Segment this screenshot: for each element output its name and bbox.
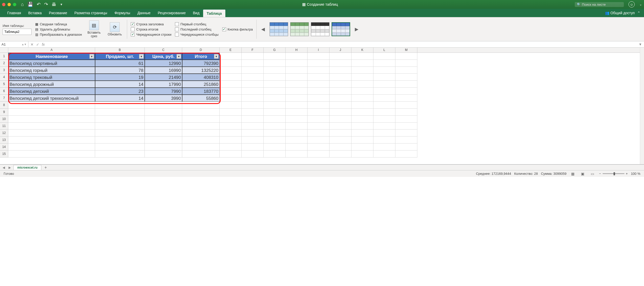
- table-name-input[interactable]: [3, 29, 32, 35]
- empty-cell[interactable]: [395, 95, 417, 102]
- empty-cell[interactable]: [351, 144, 373, 150]
- tab-view[interactable]: Вид: [189, 9, 203, 17]
- total-row-checkbox[interactable]: Строка итогов: [131, 27, 171, 31]
- add-sheet-button[interactable]: +: [43, 165, 48, 170]
- empty-cell[interactable]: [264, 102, 286, 109]
- empty-cell[interactable]: [308, 74, 329, 81]
- table-data-cell[interactable]: 55860: [182, 95, 220, 102]
- cancel-formula-icon[interactable]: ✕: [30, 42, 34, 47]
- table-data-cell[interactable]: 19: [95, 74, 145, 81]
- empty-cell[interactable]: [220, 81, 242, 88]
- table-data-cell[interactable]: 251860: [182, 81, 220, 88]
- empty-cell[interactable]: [286, 95, 308, 102]
- empty-cell[interactable]: [351, 88, 373, 95]
- table-data-cell[interactable]: 12990: [145, 60, 182, 67]
- empty-cell[interactable]: [242, 102, 264, 109]
- table-data-cell[interactable]: Велосипед детский трехколесный: [8, 95, 95, 102]
- empty-cell[interactable]: [220, 144, 242, 150]
- table-data-cell[interactable]: 17990: [145, 81, 182, 88]
- empty-cell[interactable]: [145, 150, 182, 157]
- empty-cell[interactable]: [373, 88, 395, 95]
- empty-cell[interactable]: [395, 144, 417, 150]
- table-header-cell[interactable]: Цена, руб.▼: [145, 53, 182, 60]
- empty-cell[interactable]: [351, 150, 373, 157]
- table-data-cell[interactable]: 14: [95, 95, 145, 102]
- empty-cell[interactable]: [286, 53, 308, 60]
- empty-cell[interactable]: [242, 74, 264, 81]
- empty-cell[interactable]: [373, 109, 395, 116]
- table-style-green[interactable]: [290, 22, 309, 36]
- empty-cell[interactable]: [329, 123, 351, 130]
- empty-cell[interactable]: [220, 150, 242, 157]
- collapse-ribbon-icon[interactable]: ⌃: [637, 11, 640, 15]
- row-header[interactable]: 15: [0, 150, 8, 157]
- empty-cell[interactable]: [182, 109, 220, 116]
- tab-draw[interactable]: Рисование: [45, 9, 71, 17]
- close-window-button[interactable]: [2, 3, 5, 6]
- empty-cell[interactable]: [242, 150, 264, 157]
- col-header-h[interactable]: H: [286, 48, 308, 52]
- empty-cell[interactable]: [242, 53, 264, 60]
- empty-cell[interactable]: [286, 137, 308, 144]
- filter-dropdown-icon[interactable]: ▼: [177, 54, 181, 59]
- col-header-g[interactable]: G: [264, 48, 286, 52]
- col-header-k[interactable]: K: [351, 48, 373, 52]
- maximize-window-button[interactable]: [13, 3, 16, 6]
- empty-cell[interactable]: [373, 53, 395, 60]
- empty-cell[interactable]: [145, 116, 182, 123]
- empty-cell[interactable]: [308, 67, 329, 74]
- refresh-button[interactable]: ⟳ Обновить: [106, 22, 123, 36]
- empty-cell[interactable]: [286, 67, 308, 74]
- empty-cell[interactable]: [264, 95, 286, 102]
- table-data-cell[interactable]: 23: [95, 88, 145, 95]
- empty-cell[interactable]: [145, 130, 182, 137]
- col-header-l[interactable]: L: [373, 48, 395, 52]
- empty-cell[interactable]: [308, 102, 329, 109]
- zoom-control[interactable]: − +: [599, 172, 628, 176]
- view-normal-button[interactable]: ▦: [570, 171, 576, 176]
- filter-button-checkbox[interactable]: ✓Кнопка фильтра: [222, 27, 253, 31]
- empty-cell[interactable]: [329, 67, 351, 74]
- empty-cell[interactable]: [373, 60, 395, 67]
- empty-cell[interactable]: [308, 144, 329, 150]
- empty-cell[interactable]: [242, 130, 264, 137]
- empty-cell[interactable]: [286, 102, 308, 109]
- empty-cell[interactable]: [286, 60, 308, 67]
- styles-next-button[interactable]: ▶: [354, 26, 359, 32]
- empty-cell[interactable]: [264, 123, 286, 130]
- table-header-cell[interactable]: Наименование▼: [8, 53, 95, 60]
- empty-cell[interactable]: [395, 53, 417, 60]
- empty-cell[interactable]: [395, 116, 417, 123]
- empty-cell[interactable]: [220, 130, 242, 137]
- tab-home[interactable]: Главная: [4, 9, 25, 17]
- sheet-tab[interactable]: microexcel.ru: [13, 165, 41, 170]
- empty-cell[interactable]: [8, 150, 95, 157]
- table-style-blue[interactable]: [270, 22, 288, 36]
- expand-formula-bar-icon[interactable]: ▼: [639, 42, 644, 46]
- empty-cell[interactable]: [8, 123, 95, 130]
- table-data-cell[interactable]: 78: [95, 67, 145, 74]
- empty-cell[interactable]: [242, 109, 264, 116]
- home-icon[interactable]: ⌂: [21, 2, 24, 7]
- table-data-cell[interactable]: 61: [95, 60, 145, 67]
- row-header[interactable]: 3: [0, 67, 8, 74]
- empty-cell[interactable]: [373, 137, 395, 144]
- print-icon[interactable]: 🖶: [52, 2, 56, 7]
- filter-dropdown-icon[interactable]: ▼: [89, 54, 94, 59]
- select-all-corner[interactable]: [0, 48, 8, 52]
- col-header-c[interactable]: C: [145, 48, 182, 52]
- row-header[interactable]: 11: [0, 123, 8, 130]
- empty-cell[interactable]: [242, 67, 264, 74]
- empty-cell[interactable]: [373, 150, 395, 157]
- empty-cell[interactable]: [308, 137, 329, 144]
- styles-prev-button[interactable]: ◀: [260, 26, 266, 32]
- empty-cell[interactable]: [395, 81, 417, 88]
- table-data-cell[interactable]: 21490: [145, 74, 182, 81]
- empty-cell[interactable]: [182, 150, 220, 157]
- first-column-checkbox[interactable]: Первый столбец: [175, 22, 218, 26]
- empty-cell[interactable]: [145, 109, 182, 116]
- empty-cell[interactable]: [182, 144, 220, 150]
- empty-cell[interactable]: [145, 144, 182, 150]
- col-header-d[interactable]: D: [182, 48, 220, 52]
- empty-cell[interactable]: [395, 137, 417, 144]
